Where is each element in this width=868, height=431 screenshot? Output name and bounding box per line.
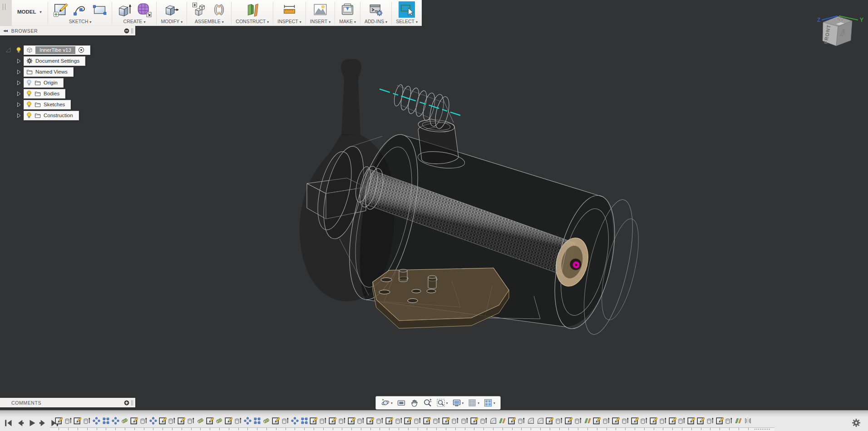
timeline-feature-extrude-61[interactable] (621, 416, 630, 430)
step-back-button[interactable] (15, 418, 25, 428)
nav-look-at-button[interactable] (395, 397, 408, 409)
timeline-feature-sketch-28[interactable] (309, 416, 319, 430)
timeline-feature-sketch-53[interactable] (545, 416, 554, 430)
timeline-feature-sketch-34[interactable] (365, 416, 375, 430)
expand-arrow-icon[interactable] (16, 80, 21, 85)
expand-comments-icon[interactable] (124, 400, 129, 406)
expand-arrow-icon[interactable] (16, 69, 21, 74)
toolbar-group-label-create[interactable]: CREATE▾ (123, 19, 146, 24)
timeline-feature-fillet-51[interactable] (526, 416, 536, 430)
timeline-feature-cylinder-16[interactable] (196, 416, 205, 430)
play-button[interactable] (26, 418, 37, 428)
timeline-feature-sketch-42[interactable] (441, 416, 451, 430)
light-bulb-icon[interactable] (26, 90, 32, 97)
timeline-feature-sketch-30[interactable] (328, 416, 337, 430)
timeline-feature-mirror-74[interactable] (743, 416, 753, 430)
toolbar-group-label-modify[interactable]: MODIFY▾ (161, 19, 182, 24)
nav-orbit-button[interactable]: ▾ (379, 397, 395, 409)
timeline-settings-button[interactable] (852, 418, 861, 427)
toolbar-button-form[interactable] (136, 1, 152, 18)
timeline-feature-extrude-39[interactable] (413, 416, 422, 430)
timeline-feature-circular-pattern-5[interactable] (92, 416, 101, 430)
toolbar-button-construct-plane[interactable] (244, 1, 261, 18)
timeline-feature-sketch-24[interactable] (271, 416, 281, 430)
activate-component-icon[interactable] (78, 47, 84, 53)
toolbar-button-joint[interactable] (211, 1, 227, 18)
timeline-feature-fillet-52[interactable] (536, 416, 545, 430)
timeline-feature-extrude-29[interactable] (318, 416, 328, 430)
light-bulb-icon[interactable] (16, 47, 21, 53)
toolbar-group-label-inspect[interactable]: INSPECT▾ (277, 19, 301, 24)
timeline-feature-extrude-72[interactable] (725, 416, 734, 430)
browser-item-document-settings[interactable]: Document Settings (0, 56, 90, 65)
toolbar-button-new-component[interactable] (191, 1, 207, 18)
timeline-feature-sketch-62[interactable] (630, 416, 640, 430)
timeline-feature-extrude-33[interactable] (356, 416, 366, 430)
collapse-panel-icon[interactable]: ◀◀ (3, 29, 7, 33)
browser-item-sketches[interactable]: Sketches (0, 100, 90, 109)
timeline-feature-extrude-50[interactable] (517, 416, 526, 430)
browser-panel-header[interactable]: ◀◀ BROWSER (0, 26, 135, 35)
timeline-feature-cylinder-8[interactable] (120, 416, 130, 430)
timeline-feature-sketch-14[interactable] (177, 416, 186, 430)
browser-item-bodies[interactable]: Bodies (0, 89, 90, 98)
timeline-feature-rect-pattern-22[interactable] (252, 416, 262, 430)
toolbar-button-press-pull[interactable] (163, 1, 180, 18)
timeline-feature-extrude-35[interactable] (375, 416, 385, 430)
panel-drag-handle[interactable] (131, 400, 133, 406)
timeline-feature-construct-plane-73[interactable] (734, 416, 743, 430)
toolbar-button-3d-print[interactable] (340, 1, 356, 18)
expand-arrow-icon[interactable] (16, 59, 21, 64)
timeline-feature-extrude-46[interactable] (479, 416, 488, 430)
panel-drag-handle[interactable] (131, 28, 133, 34)
timeline-feature-circular-pattern-21[interactable] (243, 416, 252, 430)
browser-item-origin[interactable]: Origin (0, 78, 90, 87)
timeline-feature-sketch-38[interactable] (403, 416, 413, 430)
timeline-feature-circular-pattern-11[interactable] (148, 416, 158, 430)
timeline-feature-extrude-25[interactable] (281, 416, 290, 430)
timeline-feature-extrude-2[interactable] (64, 416, 73, 430)
timeline-feature-sketch-68[interactable] (686, 416, 696, 430)
timeline-feature-construct-plane-48[interactable] (498, 416, 507, 430)
timeline-feature-extrude-31[interactable] (337, 416, 347, 430)
timeline-feature-sketch-12[interactable] (158, 416, 168, 430)
browser-item-construction[interactable]: Construction (0, 111, 90, 120)
workspace-selector[interactable]: MODEL ▾ (12, 3, 48, 21)
timeline-feature-extrude-54[interactable] (554, 416, 564, 430)
timeline-feature-sketch-55[interactable] (564, 416, 573, 430)
timeline-feature-construct-plane-57[interactable] (583, 416, 592, 430)
timeline-feature-extrude-70[interactable] (705, 416, 715, 430)
timeline-feature-rect-pattern-27[interactable] (300, 416, 309, 430)
toolbar-button-create-sketch[interactable] (52, 1, 69, 18)
timeline-feature-extrude-41[interactable] (432, 416, 441, 430)
timeline-feature-sketch-69[interactable] (696, 416, 705, 430)
timeline-feature-sketch-66[interactable] (668, 416, 677, 430)
timeline-feature-sketch-40[interactable] (422, 416, 432, 430)
toolbar-group-label-add-ins[interactable]: ADD-INS▾ (365, 19, 387, 24)
browser-item-root[interactable]: InnerTibe v13 (0, 45, 90, 54)
toolbar-button-insert-image[interactable] (312, 1, 328, 18)
timeline-feature-sketch-32[interactable] (347, 416, 356, 430)
timeline-feature-sketch-49[interactable] (507, 416, 517, 430)
timeline-feature-cylinder-18[interactable] (215, 416, 224, 430)
timeline-feature-circular-pattern-26[interactable] (290, 416, 300, 430)
expand-arrow-icon[interactable] (16, 113, 21, 118)
timeline-feature-extrude-63[interactable] (639, 416, 649, 430)
nav-pan-button[interactable] (408, 397, 421, 409)
timeline-feature-extrude-4[interactable] (82, 416, 92, 430)
toolbar-button-extrude[interactable] (116, 1, 133, 18)
toolbar-button-rectangle[interactable] (91, 1, 108, 18)
nav-viewports-button[interactable]: ▾ (482, 397, 497, 409)
timeline-feature-sketch-17[interactable] (205, 416, 215, 430)
light-bulb-icon[interactable] (26, 112, 32, 119)
light-bulb-icon[interactable] (26, 101, 32, 108)
nav-zoom-button[interactable] (421, 397, 434, 409)
timeline-feature-circular-pattern-7[interactable] (111, 416, 120, 430)
timeline-feature-rect-pattern-6[interactable] (101, 416, 111, 430)
toolbar-button-scripts[interactable] (368, 1, 384, 18)
toolbar-button-select[interactable] (399, 1, 415, 18)
timeline-feature-sketch-19[interactable] (224, 416, 233, 430)
toolbar-group-label-make[interactable]: MAKE▾ (339, 19, 356, 24)
toolbar-group-label-select[interactable]: SELECT▾ (396, 19, 418, 24)
timeline-feature-sketch-3[interactable] (73, 416, 83, 430)
